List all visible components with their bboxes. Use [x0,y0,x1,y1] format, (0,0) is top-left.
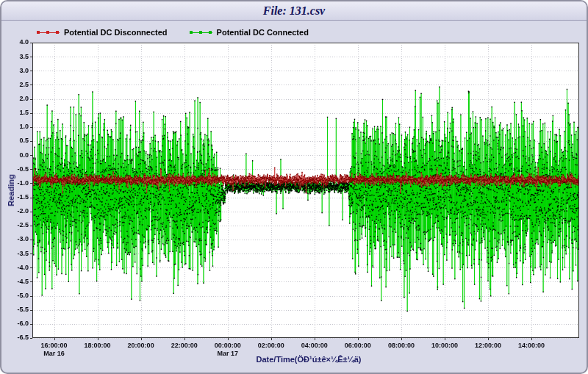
legend-item-dc-connected: Potential DC Connected [190,28,309,37]
x-axis-title: Date/Time(ÖÐ¹ú±ê×¼Ê±¼ä) [1,355,587,364]
series-line-green-icon [190,30,212,35]
series-line-red-icon [37,30,60,35]
title-bar[interactable]: File: 131.csv [1,1,587,21]
legend-label: Potential DC Connected [217,28,309,37]
legend: Potential DC Disconnected Potential DC C… [37,28,309,37]
legend-item-dc-disconnected: Potential DC Disconnected [37,28,168,37]
app-window: File: 131.csv Potential DC Disconnected … [0,0,588,374]
y-axis-title: Reading [7,174,15,206]
plot-canvas[interactable] [7,22,584,359]
legend-label: Potential DC Disconnected [64,28,168,37]
window-title: File: 131.csv [263,4,325,18]
